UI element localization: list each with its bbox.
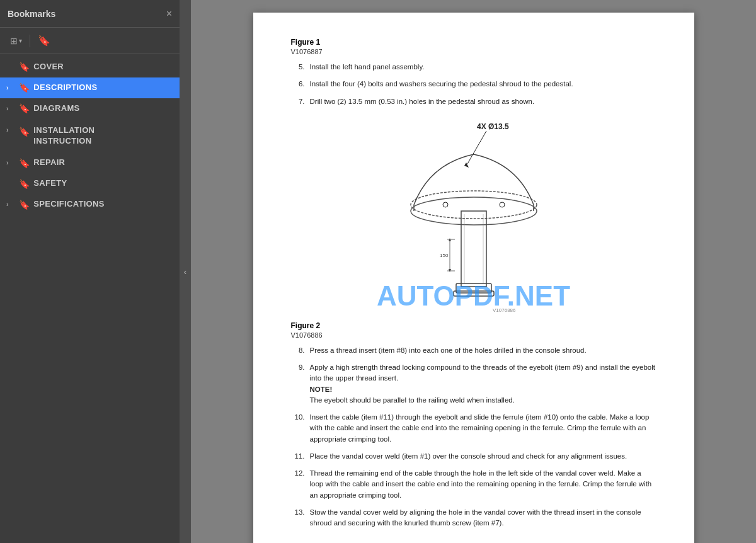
instruction-8-text: Press a thread insert (item #8) into eac…	[310, 345, 587, 356]
close-button[interactable]: ×	[166, 9, 172, 19]
svg-text:V1076886: V1076886	[493, 307, 516, 313]
instruction-9-text: Apply a high strength thread locking com…	[310, 362, 656, 406]
instruction-7: 7. Drill two (2) 13.5 mm (0.53 in.) hole…	[291, 96, 656, 107]
figure1-svg: 4X Ø13.5	[379, 113, 568, 315]
instruction-11-text: Place the vandal cover weld (item #1) ov…	[310, 451, 627, 462]
instruction-10: 10. Insert the cable (item #11) through …	[291, 412, 656, 445]
instruction-9-num: 9.	[291, 362, 305, 373]
sidebar-item-label-safety: SAFETY	[33, 178, 173, 189]
main-content: AUTOPDF.NET Figure 1 V1076887 5. Install…	[191, 0, 756, 543]
collapse-arrow-icon: ‹	[184, 267, 186, 277]
sidebar-item-label-descriptions: DESCRIPTIONS	[33, 83, 173, 93]
sidebar-item-diagrams[interactable]: › 🔖 DIAGRAMS	[0, 98, 180, 119]
instruction-list-bottom: 8. Press a thread insert (item #8) into …	[291, 345, 656, 529]
figure1-diagram: 4X Ø13.5	[291, 113, 656, 315]
view-options-button[interactable]: ⊞ ▾	[8, 35, 25, 47]
sidebar-item-repair[interactable]: › 🔖 REPAIR	[0, 152, 180, 173]
instruction-13-num: 13.	[291, 507, 305, 518]
toolbar-separator	[30, 35, 30, 47]
chevron-right-icon-diagrams: ›	[6, 105, 15, 112]
bookmark-list: 🔖 COVER › 🔖 DESCRIPTIONS › 🔖 DIAGRAMS › …	[0, 54, 180, 543]
sidebar: Bookmarks × ⊞ ▾ 🔖 🔖 COVER › 🔖 DESCRIPTIO…	[0, 0, 180, 543]
instruction-13: 13. Stow the vandal cover weld by aligni…	[291, 507, 656, 529]
instruction-6: 6. Install the four (4) bolts and washer…	[291, 79, 656, 89]
instruction-8: 8. Press a thread insert (item #8) into …	[291, 345, 656, 356]
instruction-12-num: 12.	[291, 468, 305, 479]
instruction-7-text: Drill two (2) 13.5 mm (0.53 in.) holes i…	[310, 96, 535, 107]
bookmark-flag-icon-specs: 🔖	[19, 200, 30, 210]
svg-text:4X Ø13.5: 4X Ø13.5	[477, 122, 509, 131]
sidebar-item-safety[interactable]: 🔖 SAFETY	[0, 173, 180, 194]
instruction-5: 5. Install the left hand panel assembly.	[291, 62, 656, 72]
instruction-6-text: Install the four (4) bolts and washers s…	[310, 79, 573, 89]
note-label: NOTE!	[310, 386, 333, 393]
chevron-right-icon-specs: ›	[6, 201, 15, 208]
view-grid-icon: ⊞	[10, 36, 18, 46]
sidebar-item-label-repair: REPAIR	[33, 157, 173, 168]
instruction-list-top: 5. Install the left hand panel assembly.…	[291, 62, 656, 107]
bookmark-flag-icon-installation: 🔖	[19, 125, 30, 137]
chevron-right-icon-installation: ›	[6, 125, 15, 134]
instruction-11: 11. Place the vandal cover weld (item #1…	[291, 451, 656, 462]
sidebar-item-specifications[interactable]: › 🔖 SPECIFICATIONS	[0, 194, 180, 215]
chevron-right-icon-repair: ›	[6, 159, 15, 166]
instruction-12: 12. Thread the remaining end of the cabl…	[291, 468, 656, 501]
bookmark-flag-icon-diagrams: 🔖	[19, 103, 30, 113]
figure2-ref: V1076886	[291, 331, 656, 339]
pdf-page: AUTOPDF.NET Figure 1 V1076887 5. Install…	[253, 13, 694, 543]
instruction-8-num: 8.	[291, 345, 305, 356]
sidebar-title: Bookmarks	[8, 9, 55, 19]
bookmark-flag-icon: 🔖	[19, 62, 30, 72]
sidebar-item-descriptions[interactable]: › 🔖 DESCRIPTIONS	[0, 77, 180, 98]
bookmark-flag-icon-safety: 🔖	[19, 179, 30, 189]
sidebar-item-label-installation: INSTALLATION INSTRUCTION	[33, 125, 173, 147]
sidebar-toolbar: ⊞ ▾ 🔖	[0, 28, 180, 54]
instruction-9: 9. Apply a high strength thread locking …	[291, 362, 656, 406]
instruction-13-text: Stow the vandal cover weld by aligning t…	[310, 507, 656, 529]
svg-point-13	[500, 202, 505, 207]
instruction-5-text: Install the left hand panel assembly.	[310, 62, 425, 72]
sidebar-header: Bookmarks ×	[0, 0, 180, 28]
sidebar-item-label-specifications: SPECIFICATIONS	[33, 199, 173, 210]
instruction-10-text: Insert the cable (item #11) through the …	[310, 412, 656, 445]
bookmark-icon-button[interactable]: 🔖	[35, 33, 53, 48]
instruction-6-num: 6.	[291, 79, 305, 89]
svg-rect-7	[461, 211, 486, 287]
figure1-label: Figure 1	[291, 38, 656, 47]
sidebar-item-label-cover: COVER	[33, 62, 173, 72]
instruction-10-num: 10.	[291, 412, 305, 423]
figure2-label: Figure 2	[291, 321, 656, 330]
svg-line-1	[467, 131, 486, 164]
bookmark-flag-icon-repair: 🔖	[19, 158, 30, 168]
instruction-7-num: 7.	[291, 96, 305, 107]
svg-marker-17	[449, 238, 451, 241]
sidebar-item-installation[interactable]: › 🔖 INSTALLATION INSTRUCTION	[0, 119, 180, 153]
bookmark-flag-icon-descriptions: 🔖	[19, 83, 30, 93]
chevron-right-icon: ›	[6, 84, 15, 91]
pdf-viewer[interactable]: AUTOPDF.NET Figure 1 V1076887 5. Install…	[191, 0, 756, 543]
instruction-12-text: Thread the remaining end of the cable th…	[310, 468, 656, 501]
sidebar-item-cover[interactable]: 🔖 COVER	[0, 57, 180, 77]
instruction-5-num: 5.	[291, 62, 305, 72]
svg-marker-18	[449, 269, 451, 272]
svg-point-3	[411, 191, 537, 219]
dropdown-arrow-icon: ▾	[19, 37, 22, 44]
sidebar-item-label-diagrams: DIAGRAMS	[33, 103, 173, 114]
instruction-11-num: 11.	[291, 451, 305, 462]
svg-rect-11	[454, 291, 494, 296]
collapse-panel[interactable]: ‹	[180, 0, 191, 543]
svg-text:150: 150	[440, 253, 449, 258]
figure1-ref: V1076887	[291, 48, 656, 55]
svg-point-12	[443, 202, 448, 207]
